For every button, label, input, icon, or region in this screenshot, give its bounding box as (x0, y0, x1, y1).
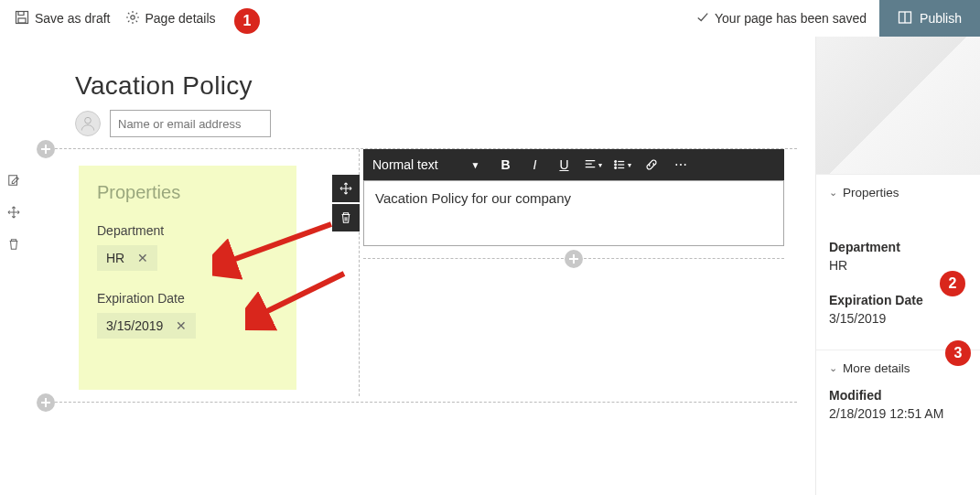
text-style-select[interactable]: Normal text ▼ (372, 157, 479, 172)
page-details-panel: ⌄ Properties Department HR Expiration Da… (815, 37, 980, 495)
more-details-label: More details (843, 361, 910, 375)
rp-modified-label: Modified (829, 388, 967, 403)
bold-button[interactable]: B (492, 149, 518, 180)
rp-expiration-value: 3/15/2019 (829, 311, 967, 326)
svg-point-15 (615, 164, 617, 166)
trash-icon[interactable] (7, 238, 20, 253)
move-webpart-button[interactable] (332, 175, 360, 202)
publish-icon (898, 10, 912, 27)
left-tool-rail (0, 37, 27, 495)
more-button[interactable]: ⋯ (668, 149, 694, 180)
more-details-toggle[interactable]: ⌄ More details (829, 361, 967, 375)
expiration-chip-value: 3/15/2019 (106, 318, 163, 333)
chevron-down-icon: ▼ (471, 160, 480, 170)
avatar (75, 111, 101, 136)
edit-icon[interactable] (7, 174, 20, 189)
italic-button[interactable]: I (522, 149, 547, 180)
rp-modified-value: 2/18/2019 12:51 AM (829, 406, 967, 421)
page-saved-message: Your page has been saved (696, 11, 867, 27)
link-button[interactable] (639, 149, 664, 180)
check-icon (696, 11, 709, 27)
properties-section-label: Properties (843, 186, 899, 199)
page-details-button[interactable]: Page details (125, 10, 216, 27)
svg-point-6 (85, 117, 92, 124)
list-button[interactable]: ▾ (609, 149, 635, 180)
save-icon (15, 10, 29, 27)
author-name-input[interactable] (110, 110, 271, 137)
remove-department-icon[interactable]: ✕ (137, 251, 148, 265)
add-section-button[interactable] (37, 140, 55, 158)
align-button[interactable]: ▾ (580, 149, 606, 180)
page-saved-text: Your page has been saved (715, 11, 867, 26)
chevron-down-icon: ⌄ (829, 187, 837, 199)
department-label: Department (97, 223, 278, 238)
underline-button[interactable]: U (551, 149, 576, 180)
properties-heading: Properties (97, 182, 278, 203)
add-section-button[interactable] (37, 393, 55, 412)
rp-expiration-label: Expiration Date (829, 293, 967, 307)
page-title[interactable]: Vacation Policy (75, 71, 797, 101)
text-style-label: Normal text (372, 157, 438, 172)
svg-point-14 (615, 161, 617, 163)
chevron-down-icon: ⌄ (829, 362, 837, 374)
text-editor-body[interactable]: Vacation Policy for our company (363, 180, 784, 246)
expiration-label: Expiration Date (97, 291, 278, 306)
svg-point-16 (615, 167, 617, 169)
department-chip-value: HR (106, 251, 124, 265)
properties-webpart[interactable]: Properties Department HR ✕ Expiration Da… (79, 166, 296, 390)
text-toolbar: Normal text ▼ B I U ▾ ▾ (363, 149, 784, 180)
gear-icon (125, 10, 140, 27)
move-icon[interactable] (7, 206, 20, 221)
page-details-label: Page details (145, 11, 216, 26)
publish-button[interactable]: Publish (879, 0, 980, 37)
svg-point-2 (130, 15, 134, 18)
department-chip[interactable]: HR ✕ (97, 245, 157, 271)
remove-expiration-icon[interactable]: ✕ (176, 318, 187, 333)
rp-department-label: Department (829, 240, 967, 254)
properties-section-toggle[interactable]: ⌄ Properties (829, 186, 967, 199)
thumbnail-placeholder (816, 37, 980, 174)
publish-label: Publish (920, 11, 962, 26)
add-webpart-button[interactable] (565, 250, 583, 268)
svg-rect-1 (18, 18, 26, 23)
delete-webpart-button[interactable] (332, 204, 360, 231)
save-as-draft-label: Save as draft (35, 11, 111, 26)
save-as-draft-button[interactable]: Save as draft (15, 10, 111, 27)
rp-department-value: HR (829, 258, 967, 273)
expiration-chip[interactable]: 3/15/2019 ✕ (97, 313, 196, 339)
